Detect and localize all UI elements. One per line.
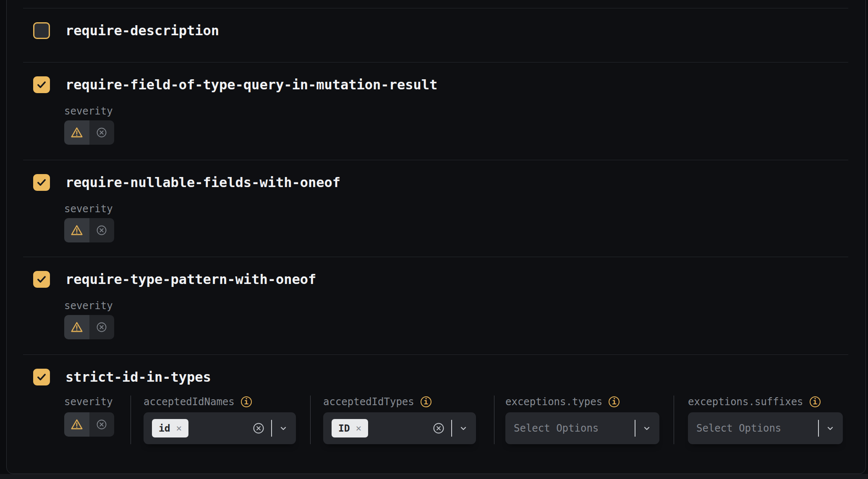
option-label: exceptions.suffixes: [688, 396, 803, 408]
remove-tag-icon[interactable]: ✕: [176, 424, 182, 433]
selected-value-tag: id ✕: [152, 419, 188, 437]
rule-row-require-field-of-type-query: require-field-of-type-query-in-mutation-…: [23, 62, 848, 160]
rule-title: require-description: [65, 22, 219, 39]
severity-off-button[interactable]: [89, 218, 115, 242]
tag-label: ID: [338, 424, 350, 433]
warning-triangle-icon: [70, 418, 84, 431]
severity-warn-button[interactable]: [64, 120, 89, 145]
rule-checkbox-unchecked[interactable]: [33, 22, 50, 39]
chevron-down-icon[interactable]: [278, 423, 288, 433]
option-column-severity: severity: [64, 396, 131, 444]
severity-warn-button[interactable]: [64, 218, 89, 242]
rule-checkbox-checked[interactable]: [33, 174, 50, 191]
exceptions-suffixes-select[interactable]: Select Options: [688, 412, 843, 444]
rule-row-require-description: require-description: [23, 8, 848, 62]
info-icon[interactable]: i: [810, 396, 821, 407]
severity-label: severity: [64, 396, 113, 408]
remove-tag-icon[interactable]: ✕: [356, 424, 361, 433]
clear-selection-button[interactable]: [252, 422, 265, 435]
severity-control: [64, 412, 114, 437]
option-column-exceptions-types: exceptions.types i Select Options: [494, 396, 674, 444]
option-column-accepted-id-types: acceptedIdTypes i ID ✕: [310, 396, 494, 444]
warning-triangle-icon: [70, 224, 84, 237]
option-label: acceptedIdTypes: [323, 396, 414, 408]
select-placeholder: Select Options: [696, 422, 812, 434]
rule-title: require-nullable-fields-with-oneof: [65, 174, 340, 191]
warning-triangle-icon: [70, 320, 84, 334]
circle-x-icon: [96, 419, 107, 430]
rule-checkbox-checked[interactable]: [33, 369, 50, 385]
rules-settings-page: require-description require-field-of-typ…: [0, 0, 868, 479]
select-divider: [451, 420, 452, 437]
circle-x-icon: [96, 224, 107, 236]
info-icon[interactable]: i: [609, 396, 620, 407]
select-placeholder: Select Options: [514, 422, 628, 434]
severity-off-button[interactable]: [89, 412, 115, 437]
lint-rules-panel: require-description require-field-of-typ…: [6, 0, 866, 474]
exceptions-types-select[interactable]: Select Options: [505, 412, 659, 444]
page-background-strip: [0, 474, 868, 479]
severity-label: severity: [64, 299, 848, 312]
accepted-id-types-select[interactable]: ID ✕: [323, 412, 476, 444]
chevron-down-icon[interactable]: [458, 423, 468, 433]
info-icon[interactable]: i: [421, 396, 431, 407]
severity-label: severity: [64, 203, 848, 215]
severity-label: severity: [64, 105, 848, 117]
clear-selection-button[interactable]: [432, 422, 445, 435]
option-column-accepted-id-names: acceptedIdNames i id ✕: [131, 396, 310, 444]
severity-off-button[interactable]: [89, 315, 115, 339]
circle-x-icon: [432, 422, 445, 435]
circle-x-icon: [96, 321, 107, 333]
severity-off-button[interactable]: [89, 120, 115, 145]
info-icon[interactable]: i: [241, 396, 252, 407]
warning-triangle-icon: [70, 126, 84, 139]
accepted-id-names-select[interactable]: id ✕: [144, 412, 296, 444]
option-label: exceptions.types: [505, 396, 602, 408]
chevron-down-icon[interactable]: [642, 423, 652, 433]
severity-warn-button[interactable]: [64, 412, 89, 437]
rule-row-require-nullable-fields: require-nullable-fields-with-oneof sever…: [23, 160, 848, 257]
chevron-down-icon[interactable]: [825, 423, 835, 433]
option-label: acceptedIdNames: [144, 396, 235, 408]
select-divider: [271, 420, 272, 437]
tag-label: id: [159, 424, 170, 433]
circle-x-icon: [96, 127, 107, 138]
option-column-exceptions-suffixes: exceptions.suffixes i Select Options: [674, 396, 859, 444]
rule-checkbox-checked[interactable]: [33, 76, 50, 93]
rule-checkbox-checked[interactable]: [33, 271, 50, 288]
rule-row-require-type-pattern: require-type-pattern-with-oneof severity: [23, 257, 848, 354]
rule-title: require-type-pattern-with-oneof: [65, 271, 316, 288]
severity-warn-button[interactable]: [64, 315, 89, 339]
severity-control: [64, 218, 114, 242]
severity-control: [64, 315, 114, 339]
rule-row-strict-id-in-types: strict-id-in-types severity: [23, 354, 848, 474]
circle-x-icon: [252, 422, 265, 435]
rule-title: strict-id-in-types: [65, 369, 211, 385]
select-divider: [818, 420, 819, 437]
select-divider: [635, 420, 635, 437]
severity-control: [64, 120, 114, 145]
rule-title: require-field-of-type-query-in-mutation-…: [65, 76, 437, 93]
rule-options-row: severity acceptedIdNames: [23, 396, 848, 444]
selected-value-tag: ID ✕: [332, 419, 368, 437]
